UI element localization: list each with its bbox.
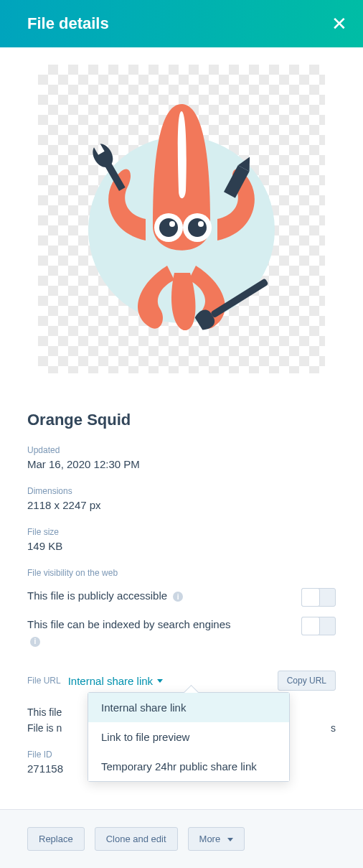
more-button[interactable]: More: [188, 827, 245, 851]
index-row: This file can be indexed by search engin…: [27, 617, 336, 649]
visibility-section-label: File visibility on the web: [27, 568, 336, 578]
replace-button[interactable]: Replace: [27, 827, 85, 851]
squid-illustration: [60, 90, 303, 348]
file-name: Orange Squid: [27, 411, 336, 429]
share-link-selected: Internal share link: [68, 675, 153, 687]
panel-footer: Replace Clone and edit More: [0, 809, 363, 868]
more-button-label: More: [199, 834, 221, 844]
index-label: This file can be indexed by search engin…: [27, 618, 231, 630]
dimensions-value: 2118 x 2247 px: [27, 499, 336, 511]
panel-title: File details: [27, 14, 109, 33]
file-url-row: File URL Internal share link Copy URL In…: [27, 671, 336, 691]
clone-edit-button[interactable]: Clone and edit: [95, 827, 178, 851]
close-icon[interactable]: ✕: [331, 14, 347, 33]
panel-header: File details ✕: [0, 0, 363, 47]
file-url-label: File URL: [27, 676, 61, 686]
public-access-text: This file is publicly accessible i: [27, 588, 183, 605]
index-text: This file can be indexed by search engin…: [27, 617, 242, 649]
share-option-internal[interactable]: Internal share link: [88, 693, 289, 722]
file-size-block: File size 149 KB: [27, 527, 336, 552]
chevron-down-icon: [157, 679, 163, 683]
share-link-select[interactable]: Internal share link: [68, 675, 163, 687]
svg-point-3: [169, 221, 175, 227]
info-icon[interactable]: i: [30, 637, 40, 647]
svg-point-6: [198, 221, 204, 227]
svg-point-2: [159, 218, 178, 237]
public-access-row: This file is publicly accessible i: [27, 588, 336, 607]
image-preview: [38, 65, 325, 373]
panel-body: Orange Squid Updated Mar 16, 2020 12:30 …: [0, 47, 363, 775]
visibility-block: File visibility on the web This file is …: [27, 568, 336, 649]
chevron-down-icon: [227, 838, 233, 841]
info-icon[interactable]: i: [173, 592, 183, 602]
share-link-dropdown: Internal share link Link to file preview…: [88, 692, 290, 782]
updated-value: Mar 16, 2020 12:30 PM: [27, 458, 336, 470]
dimensions-label: Dimensions: [27, 486, 336, 496]
url-hint-suffix: s: [331, 722, 336, 734]
updated-label: Updated: [27, 445, 336, 455]
public-access-label: This file is publicly accessible: [27, 589, 167, 602]
index-toggle[interactable]: [301, 617, 336, 635]
url-hint-prefix: File is n: [27, 722, 62, 734]
dimensions-block: Dimensions 2118 x 2247 px: [27, 486, 336, 511]
file-size-value: 149 KB: [27, 540, 336, 552]
share-option-preview[interactable]: Link to file preview: [88, 722, 289, 752]
updated-block: Updated Mar 16, 2020 12:30 PM: [27, 445, 336, 470]
public-access-toggle[interactable]: [301, 588, 336, 607]
file-size-label: File size: [27, 527, 336, 537]
copy-url-button[interactable]: Copy URL: [278, 671, 336, 691]
svg-point-5: [188, 218, 207, 237]
share-option-temporary[interactable]: Temporary 24hr public share link: [88, 752, 289, 781]
